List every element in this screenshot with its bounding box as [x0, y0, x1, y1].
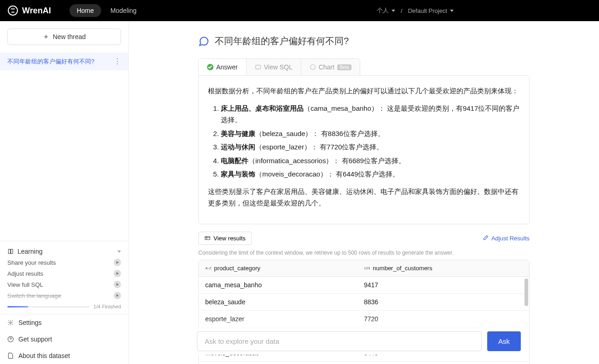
thread-menu-icon[interactable]: ⋮	[114, 57, 121, 66]
nav-home[interactable]: Home	[69, 4, 101, 17]
learning-item[interactable]: Switch the language	[7, 290, 121, 301]
adjust-results-link[interactable]: Adjust Results	[482, 235, 530, 242]
wren-icon	[7, 5, 18, 16]
question-text: 不同年龄组的客户偏好有何不同?	[215, 35, 349, 47]
support-link[interactable]: Get support	[0, 331, 128, 347]
chart-icon	[310, 64, 316, 70]
breadcrumb-personal[interactable]: 个人	[377, 6, 395, 15]
answer-list-item: 家具与装饰（moveis_decoracao）： 有6449位客户选择。	[221, 168, 520, 180]
tab-chart[interactable]: Chart Beta	[301, 59, 360, 75]
table-row: esporte_lazer7720	[199, 311, 529, 328]
chat-icon	[198, 36, 209, 47]
chevron-down-icon	[117, 250, 121, 253]
breadcrumb-separator: /	[401, 7, 403, 14]
table-scrollbar[interactable]	[524, 279, 528, 306]
view-results-button[interactable]: View results	[198, 232, 252, 245]
breadcrumb-project[interactable]: Default Project	[408, 7, 454, 14]
ask-bar: Ask	[193, 328, 524, 355]
table-icon	[204, 235, 211, 241]
help-icon	[7, 336, 14, 342]
play-icon	[114, 270, 121, 277]
top-bar: WrenAI Home Modeling 个人 / Default Projec…	[0, 0, 599, 21]
breadcrumb: 个人 / Default Project	[377, 6, 454, 15]
svg-rect-3	[255, 65, 260, 69]
context-note: Considering the limit of the context win…	[198, 250, 530, 256]
learning-toggle[interactable]: Learning	[7, 246, 121, 257]
check-icon	[207, 64, 213, 70]
beta-badge: Beta	[337, 64, 351, 70]
svg-point-0	[8, 6, 17, 15]
chevron-down-icon	[392, 10, 395, 12]
learning-item[interactable]: Adjust results	[7, 268, 121, 279]
table-row: utilidades_domesticas5884	[199, 362, 529, 364]
book-icon	[7, 248, 14, 255]
answer-intro: 根据数据分析，不同年龄组的客户在产品类别上的偏好可以通过以下几个最受欢迎的产品类…	[208, 85, 520, 97]
answer-list: 床上用品、桌布和浴室用品（cama_mesa_banho）： 这是最受欢迎的类别…	[221, 102, 520, 180]
play-icon	[114, 259, 121, 266]
answer-outro: 这些类别显示了客户在家居用品、美容健康、运动休闲、电子产品和家具装饰方面的偏好。…	[208, 186, 520, 209]
learning-progress-bar	[7, 306, 90, 307]
edit-icon	[482, 235, 489, 241]
svg-point-4	[310, 65, 315, 70]
learning-progress-text: 1/4 Finished	[93, 304, 121, 309]
new-thread-button[interactable]: New thread	[7, 28, 121, 45]
answer-list-item: 运动与休闲（esporte_lazer）： 有7720位客户选择。	[221, 141, 520, 153]
table-row: cama_mesa_banho9417	[199, 277, 529, 294]
settings-link[interactable]: Settings	[0, 314, 128, 331]
svg-rect-5	[205, 237, 210, 240]
answer-list-item: 电脑配件（informatica_acessorios）： 有6689位客户选择…	[221, 155, 520, 167]
answer-list-item: 美容与健康（beleza_saude）： 有8836位客户选择。	[221, 128, 520, 140]
file-icon	[7, 353, 14, 359]
learning-item[interactable]: Share your results	[7, 257, 121, 268]
plus-icon	[43, 34, 49, 40]
tab-answer[interactable]: Answer	[199, 59, 247, 75]
ask-input[interactable]	[197, 331, 482, 351]
nav-modeling[interactable]: Modeling	[103, 4, 144, 17]
logo: WrenAI	[7, 5, 51, 16]
play-icon	[114, 292, 121, 299]
learning-section: Learning Share your resultsAdjust result…	[0, 241, 128, 314]
gear-icon	[7, 319, 14, 326]
ask-button[interactable]: Ask	[487, 331, 521, 351]
svg-point-1	[10, 322, 12, 324]
column-header-category: A-Z product_category	[205, 265, 364, 272]
learning-item[interactable]: View full SQL	[7, 279, 121, 290]
type-number-icon: 123	[364, 266, 370, 270]
answer-list-item: 床上用品、桌布和浴室用品（cama_mesa_banho）： 这是最受欢迎的类别…	[221, 102, 520, 126]
main-content: 不同年龄组的客户偏好有何不同? Answer View SQL Chart Be…	[129, 21, 599, 364]
sidebar: New thread 不同年龄组的客户偏好有何不同? ⋮ Learning Sh…	[0, 21, 129, 364]
tab-view-sql[interactable]: View SQL	[247, 59, 301, 75]
chevron-down-icon	[450, 10, 454, 12]
main-nav: Home Modeling	[69, 4, 144, 17]
code-icon	[255, 64, 261, 70]
answer-panel: 根据数据分析，不同年龄组的客户在产品类别上的偏好可以通过以下几个最受欢迎的产品类…	[198, 75, 530, 224]
thread-item[interactable]: 不同年龄组的客户偏好有何不同? ⋮	[0, 52, 128, 70]
question-header: 不同年龄组的客户偏好有何不同?	[198, 35, 530, 47]
dataset-link[interactable]: About this dataset	[0, 347, 128, 364]
result-tabs: Answer View SQL Chart Beta	[198, 58, 360, 75]
brand-name: WrenAI	[22, 6, 51, 16]
table-row: beleza_saude8836	[199, 294, 529, 311]
column-header-customers: 123 number_of_customers	[364, 265, 523, 272]
play-icon	[114, 281, 121, 288]
type-text-icon: A-Z	[205, 266, 211, 270]
